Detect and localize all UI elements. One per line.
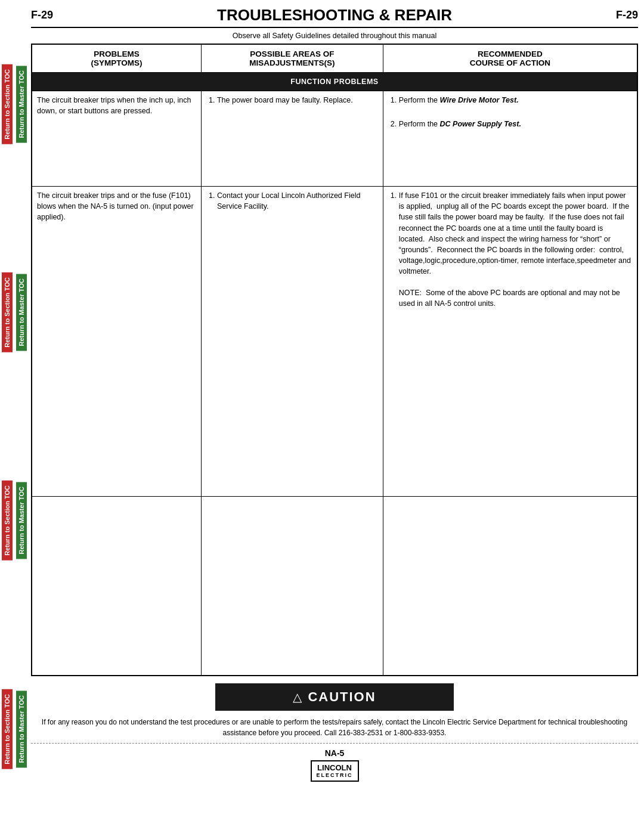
- function-problems-label: FUNCTION PROBLEMS: [32, 73, 637, 91]
- side-tabs: Return to Section TOC Return to Section …: [0, 0, 29, 833]
- troubleshooting-table: PROBLEMS(SYMPTOMS) POSSIBLE AREAS OFMISA…: [31, 44, 638, 676]
- return-section-toc-2[interactable]: Return to Section TOC: [2, 272, 13, 352]
- misadj-cell-2: Contact your Local Lincoln Authorized Fi…: [201, 187, 383, 497]
- return-section-toc-1[interactable]: Return to Section TOC: [2, 64, 13, 144]
- footer-bottom: NA-5 LINCOLN ELECTRIC: [31, 748, 638, 782]
- misadj-cell-3: [201, 497, 383, 676]
- action-cell-2: If fuse F101 or the circuit breaker imme…: [383, 187, 637, 497]
- header-problems: PROBLEMS(SYMPTOMS): [32, 44, 201, 73]
- footer-model: NA-5: [31, 748, 638, 758]
- side-col-right: Return to Master TOC Return to Master TO…: [14, 0, 29, 833]
- return-section-toc-4[interactable]: Return to Section TOC: [2, 689, 13, 769]
- return-master-toc-4[interactable]: Return to Master TOC: [16, 690, 27, 767]
- problems-cell-3: [32, 497, 201, 676]
- function-problems-header: FUNCTION PROBLEMS: [32, 73, 637, 91]
- action-cell-3: [383, 497, 637, 676]
- table-row: The circuit breaker trips and or the fus…: [32, 187, 637, 497]
- page-title: TROUBLESHOOTING & REPAIR: [53, 6, 616, 24]
- brand-sub: ELECTRIC: [317, 772, 353, 779]
- caution-box: △ CAUTION: [215, 683, 454, 711]
- return-master-toc-1[interactable]: Return to Master TOC: [16, 66, 27, 143]
- footer-divider: [31, 743, 638, 744]
- page-header: F-29 TROUBLESHOOTING & REPAIR F-29: [31, 6, 638, 28]
- footer-note: If for any reason you do not understand …: [31, 717, 638, 738]
- page-number-left: F-29: [31, 9, 53, 21]
- table-row: [32, 497, 637, 676]
- page-number-right: F-29: [616, 9, 638, 21]
- misadj-cell-1: The power board may be faulty. Replace.: [201, 91, 383, 187]
- side-col-left: Return to Section TOC Return to Section …: [0, 0, 14, 833]
- brand-name: LINCOLN: [317, 763, 353, 773]
- main-content: F-29 TROUBLESHOOTING & REPAIR F-29 Obser…: [31, 0, 638, 794]
- return-master-toc-2[interactable]: Return to Master TOC: [16, 274, 27, 351]
- safety-note: Observe all Safety Guidelines detailed t…: [31, 32, 638, 40]
- return-section-toc-3[interactable]: Return to Section TOC: [2, 481, 13, 561]
- problems-cell-2: The circuit breaker trips and or the fus…: [32, 187, 201, 497]
- header-action: RECOMMENDEDCOURSE OF ACTION: [383, 44, 637, 73]
- action-cell-1: Perform the Wire Drive Motor Test. Perfo…: [383, 91, 637, 187]
- table-row: The circuit breaker trips when the inch …: [32, 91, 637, 187]
- problems-cell-1: The circuit breaker trips when the inch …: [32, 91, 201, 187]
- return-master-toc-3[interactable]: Return to Master TOC: [16, 482, 27, 559]
- lincoln-logo: LINCOLN ELECTRIC: [311, 760, 359, 782]
- header-misadj: POSSIBLE AREAS OFMISADJUSTMENTS(S): [201, 44, 383, 73]
- caution-triangle-icon: △: [293, 690, 302, 704]
- caution-label: CAUTION: [308, 689, 376, 705]
